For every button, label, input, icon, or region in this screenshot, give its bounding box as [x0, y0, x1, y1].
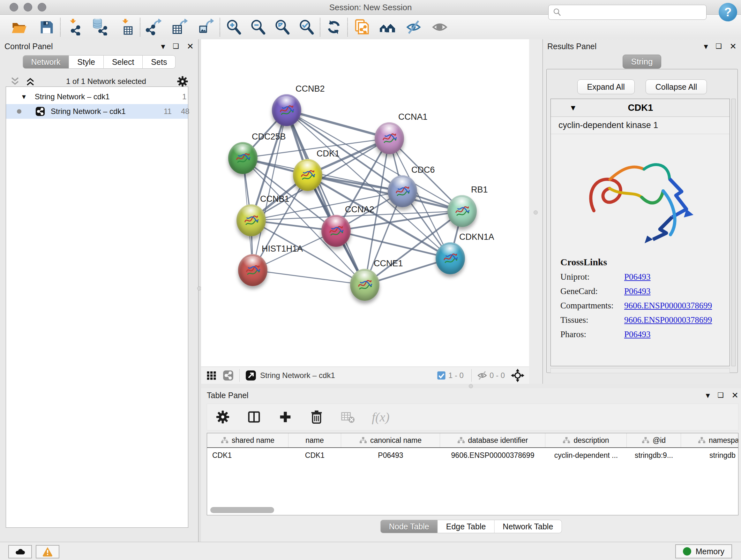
network-node-cdk1[interactable] [293, 159, 322, 191]
houses-button[interactable] [379, 18, 396, 36]
panel-close-icon[interactable]: ✕ [731, 391, 738, 399]
export-network-button[interactable] [145, 18, 163, 36]
expand-all-button[interactable]: Expand All [577, 79, 635, 94]
network-node-cdc6[interactable] [388, 175, 417, 207]
column-header-canonical-name[interactable]: canonical name [341, 433, 440, 447]
center-view-icon[interactable] [511, 368, 525, 382]
left-splitter[interactable] [199, 39, 201, 542]
network-edge[interactable] [308, 175, 462, 211]
panel-menu-icon[interactable]: ▾ [161, 42, 165, 51]
export-table-button[interactable] [171, 18, 189, 36]
table-cell[interactable]: CDK1 [207, 448, 288, 462]
column-header-description[interactable]: description [545, 433, 627, 447]
apply-layout-button[interactable] [325, 18, 343, 36]
import-network-database-button[interactable] [91, 18, 109, 36]
selected-checkbox-icon[interactable] [436, 370, 447, 381]
network-node-ccne1[interactable] [350, 269, 380, 301]
crosslink-link[interactable]: 9606.ENSP00000378699 [624, 315, 712, 325]
network-collection-row[interactable]: ▼ String Network – cdk1 1 [6, 89, 188, 104]
table-cell[interactable]: cyclin-dependent ... [545, 448, 627, 462]
column-header-name[interactable]: name [288, 433, 341, 447]
table-options-gear-icon[interactable] [215, 410, 230, 424]
network-node-cdc25b[interactable] [228, 142, 258, 174]
crosslink-link[interactable]: P06493 [624, 272, 651, 282]
tab-network-table[interactable]: Network Table [494, 520, 562, 533]
table-cell[interactable]: P06493 [341, 448, 440, 462]
tab-network[interactable]: Network [23, 55, 69, 69]
open-session-button[interactable] [10, 18, 28, 36]
horizontal-splitter-handle[interactable] [469, 384, 473, 388]
expand-all-tree-icon[interactable] [25, 76, 36, 87]
hide-selected-button[interactable] [405, 18, 422, 36]
import-network-file-button[interactable] [65, 18, 83, 36]
show-all-button[interactable] [431, 18, 449, 36]
crosslink-link[interactable]: P06493 [624, 329, 651, 339]
show-columns-icon[interactable] [247, 410, 261, 424]
toolbar-search[interactable] [548, 5, 706, 20]
network-node-ccna1[interactable] [375, 122, 404, 154]
column-header--id[interactable]: @id [627, 433, 681, 447]
function-builder-icon[interactable]: f(x) [372, 410, 390, 425]
memory-button[interactable]: Memory [675, 544, 732, 558]
panel-menu-icon[interactable]: ▾ [705, 391, 710, 399]
tab-edge-table[interactable]: Edge Table [438, 520, 495, 533]
save-session-button[interactable] [38, 18, 56, 36]
network-node-ccnb1[interactable] [237, 204, 266, 236]
cloud-status-button[interactable] [8, 545, 32, 558]
network-node-ccnb2[interactable] [272, 94, 301, 126]
tab-string[interactable]: String [623, 55, 662, 69]
collection-expander-icon[interactable]: ▼ [21, 93, 27, 101]
network-canvas[interactable]: CCNB2CCNA1CDC25BCDK1CDC6RB1CCNB1CCNA2CDK… [201, 39, 529, 367]
collapse-all-button[interactable]: Collapse All [646, 79, 707, 94]
grid-view-icon[interactable] [205, 369, 218, 381]
column-header-namespace[interactable]: namespace [681, 433, 738, 447]
zoom-in-button[interactable] [225, 18, 243, 36]
zoom-selected-button[interactable] [297, 18, 315, 36]
tab-node-table[interactable]: Node Table [381, 520, 438, 533]
import-table-button[interactable] [118, 18, 135, 36]
crosslink-link[interactable]: 9606.ENSP00000378699 [624, 301, 712, 311]
network-edge[interactable] [286, 110, 365, 285]
results-vertical-scrollbar[interactable] [731, 99, 736, 366]
hidden-eye-icon[interactable] [477, 370, 488, 381]
column-header-shared-name[interactable]: shared name [207, 433, 288, 447]
delete-table-icon[interactable] [340, 410, 355, 424]
tab-style[interactable]: Style [69, 55, 104, 69]
table-cell[interactable]: CDK1 [288, 448, 341, 462]
table-cell[interactable]: stringdb:9... [627, 448, 681, 462]
network-options-gear-icon[interactable] [177, 75, 189, 87]
crosslink-link[interactable]: P06493 [624, 287, 651, 296]
network-row[interactable]: String Network – cdk1 11 48 [6, 104, 188, 119]
table-horizontal-scrollbar[interactable] [210, 507, 274, 513]
results-horizontal-scrollbar[interactable] [550, 368, 730, 373]
table-cell[interactable]: 9606.ENSP00000378699 [440, 448, 545, 462]
add-column-icon[interactable] [278, 410, 293, 424]
node-card-header[interactable]: ▼ CDK1 [551, 99, 730, 117]
network-node-hist1h1a[interactable] [238, 254, 267, 286]
export-image-button[interactable] [197, 18, 215, 36]
panel-float-icon[interactable]: ❑ [716, 43, 722, 50]
delete-column-icon[interactable] [309, 410, 324, 424]
table-cell[interactable]: stringdb [681, 448, 738, 462]
string-share-icon[interactable] [222, 369, 234, 381]
network-node-ccna2[interactable] [321, 215, 351, 247]
help-button[interactable]: ? [719, 3, 737, 21]
network-node-cdkn1a[interactable] [435, 242, 465, 274]
zoom-out-button[interactable] [249, 18, 267, 36]
column-header-database-identifier[interactable]: database identifier [440, 433, 545, 447]
search-input[interactable] [564, 8, 706, 17]
panel-close-icon[interactable]: ✕ [730, 42, 737, 51]
collapse-entry-icon[interactable]: ▼ [569, 104, 577, 112]
panel-close-icon[interactable]: ✕ [187, 42, 194, 51]
panel-float-icon[interactable]: ❑ [173, 43, 179, 50]
panel-float-icon[interactable]: ❑ [718, 392, 724, 399]
network-edge[interactable] [253, 270, 365, 285]
zoom-fit-button[interactable] [273, 18, 291, 36]
detach-view-icon[interactable] [245, 369, 257, 381]
right-splitter-handle[interactable] [534, 210, 538, 214]
panel-menu-icon[interactable]: ▾ [704, 42, 708, 51]
duplicate-network-button[interactable] [352, 18, 370, 36]
tab-select[interactable]: Select [104, 55, 143, 69]
warnings-button[interactable] [36, 545, 59, 558]
collapse-all-tree-icon[interactable] [10, 76, 20, 87]
